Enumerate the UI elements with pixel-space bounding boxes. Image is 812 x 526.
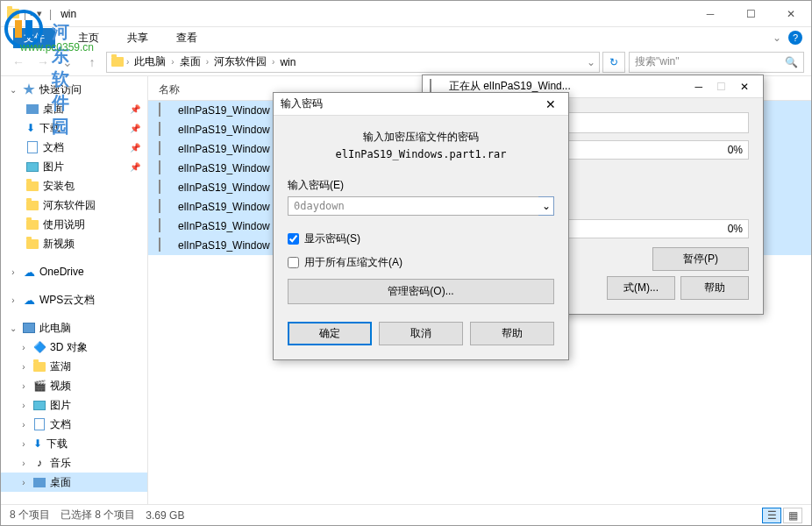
tree-folder[interactable]: 新视频: [1, 234, 147, 253]
tree-folder[interactable]: 使用说明: [1, 215, 147, 234]
tree-downloads[interactable]: ⬇ 下载 📌: [1, 118, 147, 138]
minimize-button[interactable]: ─: [690, 1, 730, 27]
checkbox-label: 用于所有压缩文件(A): [304, 255, 402, 270]
pin-icon: 📌: [130, 143, 140, 153]
maximize-button[interactable]: ☐: [730, 1, 771, 27]
progress-percent: 0%: [728, 144, 743, 156]
desktop-icon: [25, 102, 39, 116]
tree-folder[interactable]: › 蓝湖: [1, 357, 147, 376]
tree-quick-access[interactable]: ⌄ 快速访问: [1, 80, 147, 99]
tree-desktop[interactable]: › 桌面: [1, 473, 147, 492]
checkbox-icon[interactable]: [288, 257, 299, 268]
caret-icon[interactable]: ›: [8, 295, 18, 305]
tree-label: 图片: [43, 160, 64, 174]
tree-label: 此电脑: [39, 321, 71, 336]
ribbon-tab-share[interactable]: 共享: [122, 28, 153, 48]
music-icon: ♪: [32, 456, 46, 470]
chevron-right-icon[interactable]: ›: [126, 57, 129, 67]
caret-icon[interactable]: ⌄: [8, 323, 18, 333]
caret-icon[interactable]: ›: [18, 362, 29, 372]
tree-folder[interactable]: 河东软件园: [1, 195, 147, 215]
caret-icon[interactable]: ›: [18, 343, 29, 352]
ok-button[interactable]: 确定: [288, 322, 372, 345]
dialog-title-bar[interactable]: 输入密码 ✕: [274, 93, 568, 116]
document-icon: [25, 140, 39, 154]
cancel-button[interactable]: 取消: [379, 322, 463, 345]
close-button[interactable]: ✕: [771, 1, 811, 27]
caret-icon[interactable]: ›: [18, 458, 29, 468]
ribbon-tab-view[interactable]: 查看: [171, 28, 203, 48]
breadcrumb-seg[interactable]: 河东软件园: [210, 53, 270, 71]
rar-icon: [159, 200, 173, 214]
manage-passwords-button[interactable]: 管理密码(O)...: [288, 279, 554, 304]
chevron-right-icon[interactable]: ›: [206, 57, 209, 67]
caret-icon[interactable]: ›: [8, 267, 18, 277]
chevron-right-icon[interactable]: ›: [171, 57, 174, 67]
minimize-button[interactable]: ─: [687, 79, 709, 95]
view-details-button[interactable]: ☰: [762, 508, 781, 523]
tree-label: 下载: [46, 437, 68, 451]
chevron-right-icon[interactable]: ›: [272, 57, 274, 67]
folder-icon: [25, 237, 39, 251]
help-button[interactable]: 帮助: [680, 276, 749, 300]
tree-desktop[interactable]: 桌面 📌: [1, 99, 147, 118]
help-icon[interactable]: ?: [788, 31, 802, 45]
mode-button[interactable]: 式(M)...: [607, 276, 675, 300]
close-button[interactable]: ✕: [540, 96, 561, 113]
help-button[interactable]: 帮助: [470, 322, 554, 345]
document-icon: [32, 417, 46, 431]
file-name: elInPaS19_Window: [178, 181, 270, 194]
tree-downloads[interactable]: › ⬇ 下载: [1, 434, 147, 453]
caret-icon[interactable]: ›: [18, 401, 29, 410]
tree-documents[interactable]: › 文档: [1, 415, 147, 434]
caret-icon[interactable]: ›: [18, 420, 29, 430]
folder-icon: [25, 179, 39, 193]
dropdown-button[interactable]: ⌄: [538, 196, 554, 216]
caret-icon[interactable]: ⌄: [8, 85, 18, 95]
password-input[interactable]: [288, 196, 538, 216]
breadcrumb[interactable]: › 此电脑 › 桌面 › 河东软件园 › win ⌄: [106, 52, 600, 73]
back-button[interactable]: ←: [8, 52, 29, 73]
forward-button[interactable]: →: [32, 52, 53, 73]
breadcrumb-seg[interactable]: win: [276, 54, 299, 70]
tree-music[interactable]: › ♪ 音乐: [1, 453, 147, 473]
pin-icon: 📌: [130, 124, 140, 133]
password-heading: 输入加密压缩文件的密码: [288, 130, 554, 145]
search-input[interactable]: 搜索"win" 🔍: [629, 52, 804, 73]
tree-thispc[interactable]: ⌄ 此电脑: [1, 318, 147, 338]
breadcrumb-root[interactable]: 此电脑: [131, 53, 169, 71]
tree-pictures[interactable]: 图片 📌: [1, 157, 147, 176]
caret-icon[interactable]: ›: [18, 381, 29, 391]
tree-onedrive[interactable]: › ☁ OneDrive: [1, 262, 147, 281]
caret-icon[interactable]: ›: [18, 439, 29, 449]
tree-folder[interactable]: 安装包: [1, 176, 147, 195]
refresh-button[interactable]: ↻: [602, 52, 625, 73]
video-icon: 🎬: [32, 379, 46, 393]
rar-icon: [159, 142, 173, 156]
show-password-checkbox[interactable]: 显示密码(S): [288, 231, 554, 246]
dropdown-icon[interactable]: ⌄: [587, 56, 595, 68]
search-icon: 🔍: [785, 56, 798, 68]
sidebar: ⌄ 快速访问 桌面 📌 ⬇ 下载 📌 文档 📌 图片 📌 安装包: [1, 76, 148, 504]
view-icons-button[interactable]: ▦: [783, 508, 802, 523]
ribbon-expand-icon[interactable]: ⌄: [773, 32, 781, 44]
status-bar: 8 个项目 已选择 8 个项目 3.69 GB ☰ ▦: [1, 504, 811, 525]
caret-icon[interactable]: ›: [18, 478, 29, 487]
tree-3dobjects[interactable]: › 🔷 3D 对象: [1, 338, 147, 357]
up-button[interactable]: ↑: [82, 52, 103, 73]
checkbox-icon[interactable]: [288, 233, 299, 245]
file-name: elInPaS19_Window: [178, 239, 270, 252]
password-dialog: 输入密码 ✕ 输入加密压缩文件的密码 elInPaS19_Windows.par…: [273, 92, 569, 360]
progress-percent: 0%: [728, 223, 743, 235]
folder-icon: [32, 359, 46, 373]
use-all-checkbox[interactable]: 用于所有压缩文件(A): [288, 255, 554, 270]
pause-button[interactable]: 暂停(P): [652, 247, 749, 271]
tree-video[interactable]: › 🎬 视频: [1, 376, 147, 395]
cube-icon: 🔷: [32, 340, 46, 354]
tree-pictures[interactable]: › 图片: [1, 395, 147, 415]
cloud-icon: ☁: [22, 293, 36, 307]
tree-documents[interactable]: 文档 📌: [1, 138, 147, 157]
breadcrumb-seg[interactable]: 桌面: [176, 53, 204, 71]
tree-wps[interactable]: › ☁ WPS云文档: [1, 290, 147, 309]
close-button[interactable]: ✕: [733, 79, 756, 95]
